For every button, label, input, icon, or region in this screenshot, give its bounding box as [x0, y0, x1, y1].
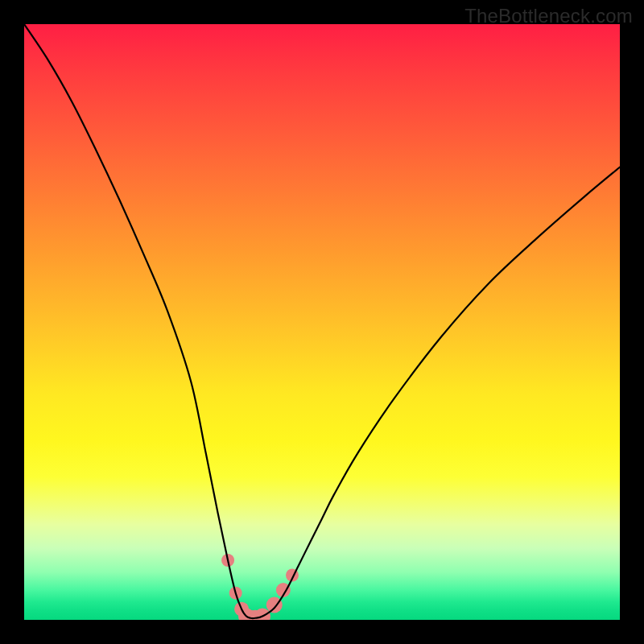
chart-overlay [24, 24, 620, 620]
chart-frame: TheBottleneck.com [0, 0, 644, 644]
plot-area [24, 24, 620, 620]
watermark-text: TheBottleneck.com [464, 5, 633, 27]
bottleneck-curve [24, 24, 620, 618]
